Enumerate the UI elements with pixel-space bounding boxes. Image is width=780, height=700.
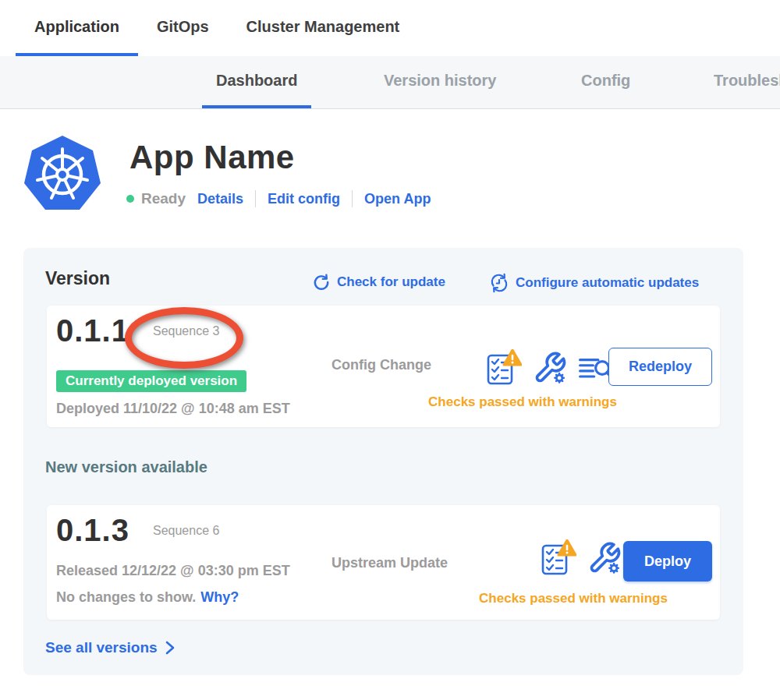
divider: [255, 190, 256, 207]
tab-troubleshoot[interactable]: Troubleshoot: [700, 56, 780, 108]
deployed-timestamp: Deployed 11/10/22 @ 10:48 am EST: [56, 401, 290, 417]
configure-automatic-updates-label: Configure automatic updates: [516, 275, 699, 291]
currently-deployed-badge: Currently deployed version: [56, 370, 246, 392]
details-link[interactable]: Details: [197, 191, 243, 207]
primary-nav: Application GitOps Cluster Management: [0, 0, 780, 56]
preflight-checks-icon[interactable]: [541, 539, 576, 580]
checks-status-available[interactable]: Checks passed with warnings: [429, 591, 718, 606]
tab-application[interactable]: Application: [16, 0, 138, 56]
redeploy-button[interactable]: Redeploy: [608, 348, 712, 386]
tab-dashboard[interactable]: Dashboard: [202, 56, 311, 108]
current-version-actions: [486, 349, 612, 390]
preflight-checks-icon[interactable]: [486, 349, 522, 390]
released-timestamp: Released 12/12/22 @ 03:30 pm EST: [56, 563, 290, 579]
tab-cluster-management[interactable]: Cluster Management: [228, 0, 419, 56]
no-changes-label: No changes to show.: [56, 589, 196, 605]
current-version-row: 0.1.1 Sequence 3: [56, 313, 219, 348]
current-version-sequence: Sequence 3: [153, 324, 219, 338]
status-dot-icon: [126, 195, 134, 203]
tab-gitops[interactable]: GitOps: [138, 0, 228, 56]
edit-config-wrench-icon[interactable]: [533, 350, 567, 389]
available-version-sequence: Sequence 6: [153, 524, 219, 538]
version-panel-title: Version: [45, 268, 110, 289]
tab-version-history[interactable]: Version history: [370, 56, 511, 108]
divider: [352, 190, 353, 207]
available-version-row: 0.1.3 Sequence 6: [56, 513, 219, 548]
current-version-number: 0.1.1: [56, 313, 129, 348]
auto-update-clock-icon: [489, 273, 509, 293]
available-version-number: 0.1.3: [56, 513, 129, 548]
edit-config-wrench-icon[interactable]: [587, 540, 622, 579]
check-for-update-label: Check for update: [337, 274, 445, 290]
version-source-label: Config Change: [332, 357, 431, 373]
see-all-versions-link[interactable]: See all versions: [45, 639, 176, 656]
current-version-card: 0.1.1 Sequence 3 Currently deployed vers…: [47, 306, 720, 427]
checks-status-current[interactable]: Checks passed with warnings: [382, 394, 663, 410]
open-app-link[interactable]: Open App: [364, 191, 431, 207]
view-diff-icon[interactable]: [578, 352, 612, 387]
secondary-nav: Dashboard Version history Config Trouble…: [0, 56, 780, 109]
refresh-icon: [312, 273, 331, 292]
edit-config-link[interactable]: Edit config: [268, 191, 340, 207]
version-source-label: Upstream Update: [332, 555, 448, 571]
available-version-card: 0.1.3 Sequence 6 Released 12/12/22 @ 03:…: [47, 505, 720, 620]
why-link[interactable]: Why?: [200, 589, 239, 605]
page-title: App Name: [129, 139, 295, 176]
app-status-row: Ready Details Edit config Open App: [126, 189, 431, 209]
version-panel: Version Check for update Configure autom…: [23, 248, 743, 675]
status-badge: Ready: [141, 190, 186, 207]
available-version-actions: [541, 539, 622, 580]
check-for-update-link[interactable]: Check for update: [312, 273, 445, 292]
deploy-button[interactable]: Deploy: [623, 541, 712, 582]
kubernetes-logo-icon: [23, 134, 101, 212]
tab-config[interactable]: Config: [567, 56, 644, 108]
new-version-heading: New version available: [45, 458, 207, 476]
see-all-versions-label: See all versions: [45, 639, 158, 656]
chevron-right-icon: [165, 641, 176, 655]
configure-automatic-updates-link[interactable]: Configure automatic updates: [489, 273, 699, 293]
no-changes-text: No changes to show.Why?: [56, 589, 239, 606]
